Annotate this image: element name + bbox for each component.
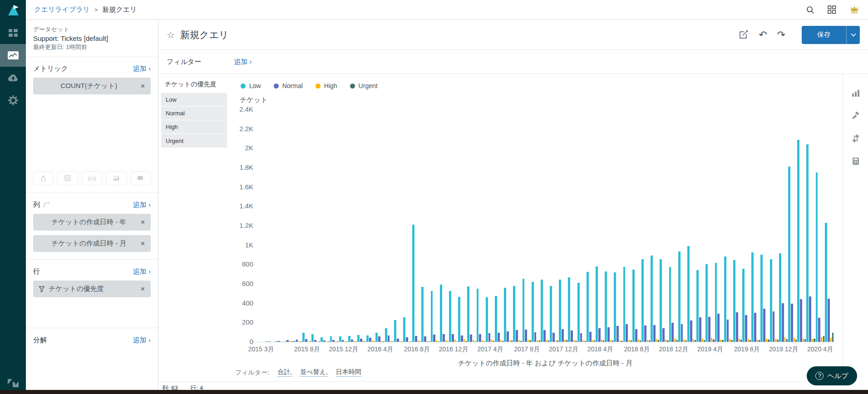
bar-urgent[interactable] (419, 341, 421, 342)
bar-urgent[interactable] (447, 341, 449, 342)
user-avatar[interactable] (849, 5, 860, 15)
bar-low[interactable] (797, 140, 799, 342)
bar-normal[interactable] (671, 323, 674, 342)
bar-urgent[interactable] (465, 341, 467, 342)
bar-urgent[interactable] (722, 340, 723, 342)
bar-urgent[interactable] (438, 341, 439, 342)
legend-item-low[interactable]: Low (241, 82, 261, 89)
bar-normal[interactable] (562, 329, 564, 342)
bar-high[interactable] (656, 339, 657, 342)
bar-urgent[interactable] (731, 340, 733, 342)
decompose-add-link[interactable]: 追加 › (133, 336, 151, 345)
bar-normal[interactable] (498, 333, 500, 342)
bar-low[interactable] (641, 259, 644, 342)
bar-urgent[interactable] (429, 341, 430, 342)
bar-low[interactable] (605, 271, 607, 342)
bar-normal[interactable] (580, 333, 582, 342)
chart-footer-link[interactable]: 並べ替え, (300, 368, 328, 377)
save-button[interactable]: 保存 (802, 26, 846, 44)
bar-urgent[interactable] (612, 340, 613, 342)
bar-normal[interactable] (268, 341, 271, 342)
bar-normal[interactable] (571, 330, 573, 342)
zendesk-logo[interactable] (0, 379, 26, 388)
bar-normal[interactable] (681, 324, 683, 342)
legend-item-normal[interactable]: Normal (274, 82, 303, 89)
bar-low[interactable] (513, 286, 515, 342)
bar-normal[interactable] (479, 334, 481, 342)
help-button[interactable]: ? ヘルプ (807, 366, 857, 385)
bar-high[interactable] (381, 341, 382, 342)
bar-urgent[interactable] (704, 340, 705, 342)
bar-urgent[interactable] (557, 340, 558, 342)
bar-high[interactable] (628, 340, 630, 342)
bar-high[interactable] (546, 340, 547, 342)
bar-normal[interactable] (736, 312, 738, 342)
bar-normal[interactable] (809, 296, 811, 342)
save-options-button[interactable] (846, 26, 860, 44)
bar-normal[interactable] (607, 327, 610, 342)
bar-urgent[interactable] (319, 341, 320, 342)
bar-high[interactable] (354, 341, 355, 342)
bar-urgent[interactable] (832, 333, 833, 342)
bar-urgent[interactable] (310, 341, 311, 342)
bar-normal[interactable] (525, 330, 527, 342)
bar-normal[interactable] (378, 336, 380, 342)
bar-high[interactable] (647, 340, 648, 342)
bar-urgent[interactable] (575, 341, 577, 342)
bar-high[interactable] (693, 339, 694, 342)
bar-high[interactable] (573, 340, 575, 342)
bar-low[interactable] (568, 277, 570, 342)
bar-normal[interactable] (552, 333, 555, 342)
bar-low[interactable] (825, 223, 827, 342)
bar-high[interactable] (445, 340, 447, 342)
bar-urgent[interactable] (520, 341, 522, 342)
bar-normal[interactable] (626, 324, 628, 342)
bar-high[interactable] (601, 340, 602, 342)
bar-urgent[interactable] (649, 340, 650, 342)
bar-low[interactable] (421, 287, 424, 342)
bar-low[interactable] (348, 336, 350, 342)
bar-urgent[interactable] (484, 341, 485, 342)
bar-low[interactable] (266, 341, 268, 342)
bar-low[interactable] (614, 272, 616, 342)
bar-high[interactable] (418, 340, 419, 342)
rename-button[interactable] (739, 30, 749, 39)
bar-urgent[interactable] (603, 340, 604, 342)
bar-low[interactable] (486, 297, 488, 342)
bar-low[interactable] (632, 270, 635, 342)
bar-urgent[interactable] (474, 341, 476, 342)
bar-low[interactable] (440, 285, 442, 342)
bar-normal[interactable] (635, 329, 637, 342)
signal-button[interactable]: ((•)) (82, 171, 102, 185)
bar-low[interactable] (431, 291, 433, 342)
bar-normal[interactable] (452, 334, 454, 342)
bar-high[interactable] (830, 338, 832, 342)
bar-urgent[interactable] (759, 340, 760, 342)
search-button[interactable] (806, 5, 815, 15)
bar-low[interactable] (651, 256, 653, 342)
bar-high[interactable] (427, 341, 428, 342)
bar-high[interactable] (454, 340, 456, 342)
bar-normal[interactable] (351, 340, 353, 342)
bar-normal[interactable] (717, 314, 720, 342)
bar-normal[interactable] (598, 328, 601, 342)
bar-urgent[interactable] (493, 341, 494, 342)
breadcrumb-query-library-link[interactable]: クエリライブラリ (34, 5, 90, 14)
bar-low[interactable] (403, 317, 405, 342)
chart-footer-link[interactable]: 日本時間 (336, 368, 361, 377)
bar-high[interactable] (592, 340, 593, 342)
comment-button[interactable] (130, 171, 151, 185)
column-chip[interactable]: チケットの作成日時 - 年× (33, 214, 151, 231)
bar-urgent[interactable] (355, 341, 357, 342)
bar-high[interactable] (766, 339, 767, 342)
bar-urgent[interactable] (585, 341, 586, 342)
bar-high[interactable] (335, 341, 336, 342)
columns-format-button[interactable] (57, 171, 78, 185)
bar-urgent[interactable] (566, 340, 567, 342)
bar-low[interactable] (275, 341, 277, 342)
bar-normal[interactable] (470, 335, 472, 342)
bar-low[interactable] (715, 263, 717, 342)
row-chip[interactable]: チケットの優先度× (33, 281, 151, 297)
bar-urgent[interactable] (676, 340, 678, 342)
bar-normal[interactable] (406, 337, 408, 342)
